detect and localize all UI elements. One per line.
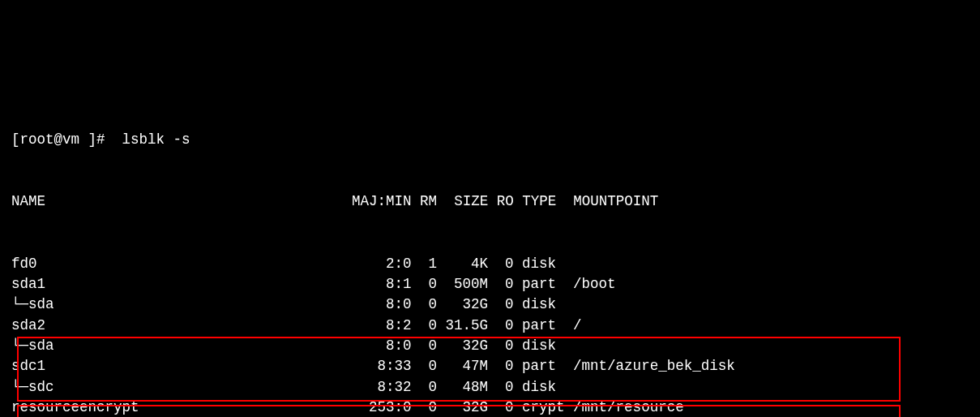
header-row: NAME MAJ:MIN RM SIZE RO TYPE MOUNTPOINT <box>11 191 969 212</box>
table-row: sda2 8:2 0 31.5G 0 part / <box>11 316 969 336</box>
table-row: └─sdc 8:32 0 48M 0 disk <box>11 377 969 398</box>
col-majmin: MAJ:MIN <box>352 193 412 209</box>
col-name: NAME <box>11 193 45 209</box>
col-spacer <box>45 193 352 209</box>
table-row: sdc1 8:33 0 47M 0 part /mnt/azure_bek_di… <box>11 356 969 376</box>
table-row: └─sda 8:0 0 32G 0 disk <box>11 336 969 356</box>
table-row: └─sda 8:0 0 32G 0 disk <box>11 294 969 315</box>
table-row: fd0 2:0 1 4K 0 disk <box>11 254 969 274</box>
col-rm: RM <box>420 193 437 209</box>
col-type: TYPE <box>522 193 556 209</box>
table-row: resourceencrypt 253:0 0 32G 0 crypt /mnt… <box>11 398 969 417</box>
col-ro: RO <box>497 193 514 209</box>
col-mountpoint: MOUNTPOINT <box>573 193 658 209</box>
shell-prompt: [root@vm ]# lsblk -s <box>11 130 969 150</box>
terminal-output: [root@vm ]# lsblk -s NAME MAJ:MIN RM SIZ… <box>11 89 969 418</box>
col-size: SIZE <box>454 193 488 209</box>
table-row: sda1 8:1 0 500M 0 part /boot <box>11 274 969 294</box>
rows: fd0 2:0 1 4K 0 disk sda1 8:1 0 500M 0 pa… <box>11 254 969 418</box>
